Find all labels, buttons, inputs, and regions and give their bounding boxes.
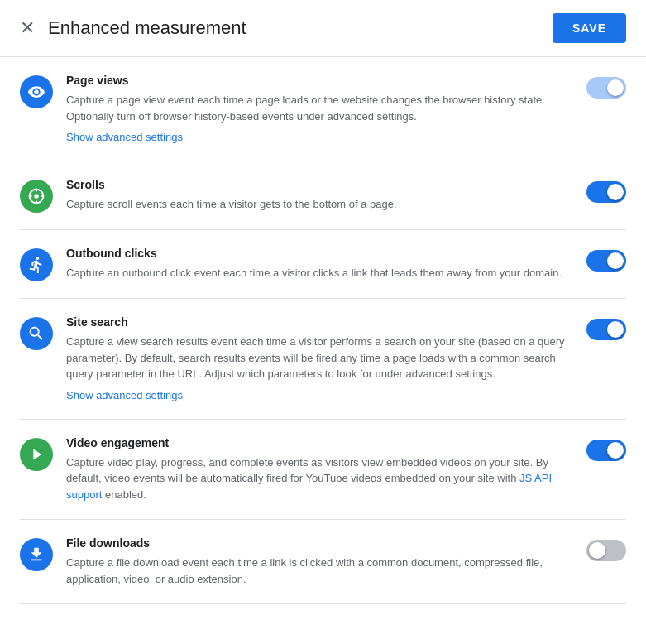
site-search-toggle[interactable] [586, 319, 626, 340]
outbound-clicks-body: Outbound clicks Capture an outbound clic… [66, 247, 573, 281]
file-downloads-toggle-wrap[interactable] [586, 540, 626, 565]
page-views-body: Page views Capture a page view event eac… [66, 74, 573, 144]
site-search-icon [20, 317, 53, 350]
header: ✕ Enhanced measurement SAVE [0, 0, 646, 57]
video-engagement-toggle-wrap[interactable] [586, 440, 626, 464]
setting-row-scrolls: Scrolls Capture scroll events each time … [20, 161, 626, 230]
setting-row-video-engagement: Video engagement Capture video play, pro… [20, 420, 626, 521]
page-views-icon [20, 75, 53, 108]
file-downloads-body: File downloads Capture a file download e… [66, 536, 573, 587]
page-title: Enhanced measurement [48, 17, 246, 39]
file-downloads-title: File downloads [66, 536, 573, 550]
toggle-thumb [607, 321, 624, 338]
file-downloads-desc: Capture a file download event each time … [66, 555, 573, 587]
page-views-title: Page views [66, 74, 573, 87]
settings-list: Page views Capture a page view event eac… [0, 57, 646, 604]
outbound-clicks-title: Outbound clicks [66, 247, 573, 260]
setting-row-site-search: Site search Capture a view search result… [20, 299, 626, 420]
toggle-thumb [589, 542, 605, 559]
js-api-link[interactable]: JS API support [66, 472, 552, 501]
scrolls-icon [20, 180, 53, 213]
save-button[interactable]: SAVE [553, 13, 626, 43]
outbound-clicks-icon [20, 248, 53, 281]
svg-point-0 [34, 194, 39, 199]
scrolls-toggle-wrap[interactable] [586, 181, 626, 206]
outbound-clicks-toggle-wrap[interactable] [586, 250, 626, 275]
page-views-advanced-link[interactable]: Show advanced settings [66, 131, 183, 143]
scrolls-title: Scrolls [66, 178, 573, 191]
setting-row-file-downloads: File downloads Capture a file download e… [20, 520, 626, 604]
site-search-body: Site search Capture a view search result… [66, 315, 573, 402]
toggle-thumb [607, 442, 624, 459]
outbound-clicks-toggle[interactable] [586, 250, 626, 272]
page-views-toggle[interactable] [586, 77, 626, 99]
video-engagement-desc: Capture video play, progress, and comple… [66, 454, 573, 503]
site-search-desc: Capture a view search results event each… [66, 334, 573, 382]
video-engagement-title: Video engagement [66, 436, 573, 449]
page-views-desc: Capture a page view event each time a pa… [66, 92, 573, 124]
setting-row-outbound-clicks: Outbound clicks Capture an outbound clic… [20, 230, 626, 299]
file-downloads-toggle[interactable] [586, 540, 626, 561]
toggle-thumb [607, 184, 624, 200]
scrolls-desc: Capture scroll events each time a visito… [66, 196, 573, 213]
page-views-toggle-wrap[interactable] [586, 77, 626, 102]
toggle-thumb [607, 79, 624, 96]
outbound-clicks-desc: Capture an outbound click event each tim… [66, 265, 573, 281]
close-icon[interactable]: ✕ [20, 19, 35, 37]
site-search-toggle-wrap[interactable] [586, 319, 626, 344]
scrolls-body: Scrolls Capture scroll events each time … [66, 178, 573, 213]
video-engagement-icon [20, 438, 53, 471]
setting-row-page-views: Page views Capture a page view event eac… [20, 57, 626, 161]
toggle-thumb [607, 252, 624, 269]
site-search-title: Site search [66, 315, 573, 329]
video-engagement-toggle[interactable] [586, 440, 626, 461]
video-engagement-body: Video engagement Capture video play, pro… [66, 436, 573, 503]
file-downloads-icon [20, 538, 53, 571]
site-search-advanced-link[interactable]: Show advanced settings [66, 389, 183, 401]
scrolls-toggle[interactable] [586, 181, 626, 203]
